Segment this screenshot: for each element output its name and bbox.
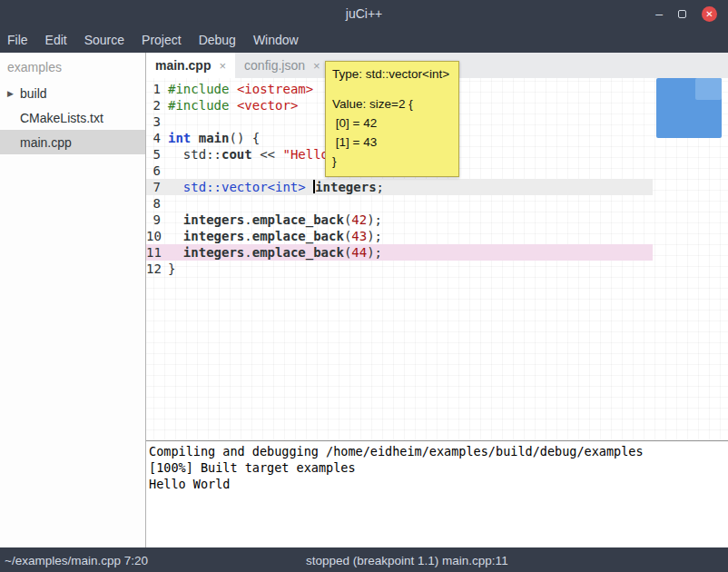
output-panel[interactable]: Compiling and debugging /home/eidheim/ex… [146, 440, 728, 547]
tree-item-cmakelists-txt[interactable]: CMakeLists.txt [0, 105, 145, 130]
titlebar[interactable]: juCi++ – ✕ [0, 0, 728, 27]
line-number: 5 [146, 146, 168, 163]
code-token: . [244, 212, 251, 227]
sidebar: examples ▶buildCMakeLists.txtmain.cpp [0, 53, 146, 547]
code-token: integers [315, 180, 376, 194]
window-title: juCi++ [346, 6, 382, 21]
output-line: Compiling and debugging /home/eidheim/ex… [149, 443, 728, 459]
close-icon[interactable]: × [313, 59, 320, 73]
debug-tooltip: Type: std::vector<int> Value: size=2 { [… [325, 61, 459, 177]
code-token: emplace_back [252, 229, 344, 243]
code-token: ); [367, 245, 382, 260]
tab-main-cpp[interactable]: main.cpp× [146, 53, 235, 78]
code-token: <vector> [237, 98, 298, 113]
code-token: << [252, 147, 283, 162]
code-token [168, 229, 183, 243]
code-token: cout [221, 147, 252, 162]
code-token: ; [377, 180, 384, 194]
code-token: . [244, 229, 251, 243]
output-lines: Compiling and debugging /home/eidheim/ex… [149, 443, 728, 492]
chevron-right-icon: ▶ [7, 89, 20, 98]
code-token: 44 [351, 245, 367, 260]
line-number: 3 [146, 113, 168, 130]
tooltip-value-line: [0] = 42 [332, 113, 452, 133]
scroll-overview-highlight [695, 78, 722, 100]
code-text: integers.emplace_back(44); [168, 244, 382, 261]
window-controls: – ✕ [655, 0, 717, 27]
code-token [168, 212, 183, 227]
menu-item-source[interactable]: Source [84, 33, 133, 47]
code-token: integers [183, 212, 244, 227]
menu-item-project[interactable]: Project [142, 33, 191, 47]
project-name: examples [0, 53, 145, 81]
code-text: int main() { [168, 130, 260, 146]
code-token [191, 131, 198, 145]
code-token [306, 180, 313, 194]
code-token: } [168, 261, 175, 276]
output-line: Hello World [149, 476, 728, 492]
close-icon[interactable]: × [219, 59, 226, 73]
tab-label: main.cpp [155, 58, 211, 73]
line-number: 4 [146, 130, 168, 146]
code-text: #include <vector> [168, 97, 298, 113]
status-file-position: ~/examples/main.cpp 7:20 [5, 553, 148, 567]
code-token: #include [168, 98, 229, 113]
minimize-icon[interactable]: – [655, 7, 663, 20]
code-line-12[interactable]: 12} [146, 261, 653, 277]
code-token: ); [367, 229, 382, 243]
scroll-overview[interactable] [656, 78, 722, 138]
tooltip-value: Value: size=2 { [0] = 42 [1] = 43} [332, 94, 452, 171]
tab-config-json[interactable]: config.json× [235, 53, 330, 78]
code-line-9[interactable]: 9 integers.emplace_back(42); [146, 212, 653, 228]
menu-item-debug[interactable]: Debug [199, 33, 245, 47]
tooltip-value-line: Value: size=2 { [332, 94, 452, 113]
code-token: std::vector<int> [183, 180, 306, 194]
code-token [229, 82, 236, 96]
tooltip-type-line: Type: std::vector<int> [332, 66, 452, 83]
code-line-10[interactable]: 10 integers.emplace_back(43); [146, 228, 653, 244]
file-tree: ▶buildCMakeLists.txtmain.cpp [0, 81, 145, 154]
line-number: 12 [146, 261, 168, 277]
code-token: () { [229, 131, 260, 145]
code-token: integers [183, 229, 244, 243]
code-token: . [244, 245, 251, 260]
tree-item-main-cpp[interactable]: main.cpp [0, 130, 145, 154]
menu-item-window[interactable]: Window [253, 33, 308, 47]
tooltip-value-line: } [332, 152, 452, 171]
menu-item-file[interactable]: File [7, 33, 37, 47]
code-token: 42 [351, 212, 367, 227]
menu-item-edit[interactable]: Edit [45, 33, 76, 47]
status-debug-state: stopped (breakpoint 1.1) main.cpp:11 [306, 553, 508, 567]
close-icon[interactable]: ✕ [702, 6, 717, 22]
line-number: 1 [146, 81, 168, 97]
code-text: #include <iostream> [168, 81, 313, 97]
line-number: 10 [146, 228, 168, 244]
code-token: emplace_back [252, 245, 344, 260]
tree-item-label: CMakeLists.txt [20, 111, 103, 125]
line-number: 2 [146, 97, 168, 113]
code-line-8[interactable]: 8 [146, 195, 653, 212]
code-token [229, 98, 236, 113]
line-number: 7 [146, 179, 168, 195]
code-text: } [168, 261, 175, 277]
code-text: integers.emplace_back(42); [168, 212, 382, 228]
tab-label: config.json [244, 58, 305, 73]
code-token: int [168, 131, 191, 145]
code-line-7[interactable]: 7 std::vector<int> integers; [146, 179, 653, 195]
line-number: 8 [146, 195, 168, 212]
code-token: 43 [351, 229, 367, 243]
code-token: emplace_back [252, 212, 344, 227]
code-token: #include [168, 82, 229, 96]
output-line: [100%] Built target examples [149, 459, 728, 476]
code-text: integers.emplace_back(43); [168, 228, 382, 244]
line-number: 6 [146, 163, 168, 179]
code-line-11[interactable]: 11 integers.emplace_back(44); [146, 244, 653, 261]
code-text: std::vector<int> integers; [168, 179, 384, 195]
code-token: <iostream> [237, 82, 313, 96]
code-token [168, 245, 183, 260]
code-token: ); [367, 212, 382, 227]
restore-icon[interactable] [678, 10, 686, 18]
tree-item-build[interactable]: ▶build [0, 81, 145, 105]
code-token: main [199, 131, 230, 145]
status-bar: ~/examples/main.cpp 7:20 stopped (breakp… [0, 547, 728, 572]
